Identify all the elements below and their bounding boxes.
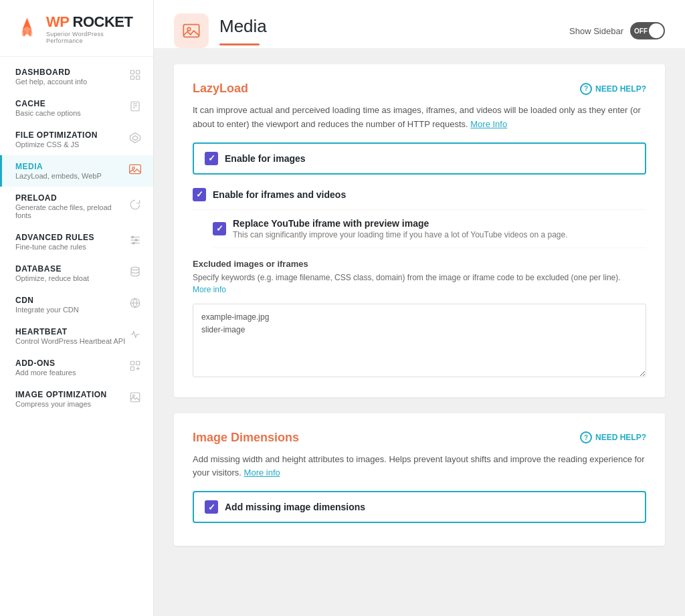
svg-point-22 [132, 242, 134, 244]
sidebar-toggle[interactable]: OFF [630, 22, 665, 39]
file-optimization-icon [128, 132, 142, 147]
svg-rect-15 [130, 165, 141, 173]
sidebar-item-image-optimization[interactable]: IMAGE OPTIMIZATION Compress your images [0, 383, 153, 415]
lazyload-need-help[interactable]: ? NEED HELP? [580, 83, 646, 95]
excluded-title: Excluded images or iframes [193, 259, 646, 269]
sidebar-item-file-optimization[interactable]: FILE OPTIMIZATION Optimize CSS & JS [0, 124, 153, 155]
svg-rect-9 [131, 102, 139, 111]
svg-rect-6 [136, 70, 140, 74]
sidebar-item-addons[interactable]: ADD-ONS Add more features [0, 352, 153, 383]
image-dimensions-need-help[interactable]: ? NEED HELP? [580, 431, 646, 443]
enable-images-label: Enable for images [225, 153, 306, 164]
svg-point-4 [28, 30, 32, 37]
svg-point-3 [22, 30, 26, 37]
page-icon [174, 13, 209, 48]
svg-rect-27 [130, 367, 134, 371]
sidebar-item-database[interactable]: DATABASE Optimize, reduce bloat [0, 258, 153, 289]
svg-marker-13 [130, 133, 140, 143]
replace-youtube-checkbox[interactable]: ✓ [213, 222, 226, 235]
lazyload-header: LazyLoad ? NEED HELP? [193, 82, 646, 96]
toggle-label: OFF [634, 27, 648, 35]
enable-iframes-label: Enable for iframes and videos [213, 189, 346, 200]
lazyload-section: LazyLoad ? NEED HELP? It can improve act… [174, 64, 665, 397]
enable-iframes-checkbox[interactable]: ✓ [193, 188, 206, 201]
logo-subtitle: Superior WordPress Performance [46, 31, 140, 44]
addons-icon [128, 360, 142, 375]
database-icon [128, 266, 142, 281]
content-body: LazyLoad ? NEED HELP? It can improve act… [154, 48, 685, 562]
help-icon: ? [580, 83, 592, 95]
sidebar-item-dashboard[interactable]: DASHBOARD Get help, account info [0, 61, 153, 92]
header-underline [219, 43, 260, 45]
sidebar-item-preload[interactable]: PRELOAD Generate cache files, preload fo… [0, 187, 153, 226]
enable-iframes-option[interactable]: ✓ Enable for iframes and videos [193, 180, 646, 210]
svg-rect-26 [136, 361, 140, 365]
svg-point-23 [131, 267, 139, 270]
sidebar-item-advanced-rules[interactable]: ADVANCED RULES Fine-tune cache rules [0, 226, 153, 258]
preload-icon [128, 199, 142, 214]
svg-rect-28 [130, 393, 140, 402]
svg-rect-7 [130, 76, 134, 80]
svg-rect-30 [183, 25, 199, 37]
excluded-more-info[interactable]: More info [193, 285, 226, 294]
image-dimensions-more-info[interactable]: More info [244, 468, 280, 478]
image-dimensions-description: Add missing width and height attributes … [193, 453, 646, 481]
add-missing-dimensions-label: Add missing image dimensions [225, 502, 365, 512]
enable-images-checkbox[interactable]: ✓ [205, 152, 218, 165]
media-icon [128, 163, 142, 179]
page-title: Media [219, 16, 267, 37]
svg-point-20 [132, 236, 134, 238]
cache-icon [128, 100, 142, 116]
show-sidebar-label: Show Sidebar [569, 26, 623, 36]
excluded-description: Specify keywords (e.g. image filename, C… [193, 272, 646, 296]
svg-point-21 [135, 239, 137, 241]
sidebar: WP ROCKET Superior WordPress Performance… [0, 0, 154, 616]
svg-point-31 [187, 27, 191, 31]
dashboard-icon [128, 69, 142, 84]
image-dimensions-header: Image Dimensions ? NEED HELP? [193, 431, 646, 445]
image-dimensions-title: Image Dimensions [193, 431, 299, 445]
sidebar-item-heartbeat[interactable]: HEARTBEAT Control WordPress Heartbeat AP… [0, 320, 153, 352]
svg-rect-5 [130, 70, 134, 74]
image-dimensions-section: Image Dimensions ? NEED HELP? Add missin… [174, 413, 665, 546]
svg-rect-8 [136, 76, 140, 80]
lazyload-more-info[interactable]: More Info [470, 119, 507, 129]
advanced-rules-icon [128, 234, 142, 249]
replace-youtube-sublabel: This can significantly improve your load… [233, 230, 568, 239]
logo-text: WP ROCKET [46, 13, 140, 31]
cdn-icon [128, 297, 142, 312]
sidebar-item-media[interactable]: MEDIA LazyLoad, embeds, WebP [0, 155, 153, 187]
lazyload-title: LazyLoad [193, 82, 248, 96]
svg-marker-14 [132, 136, 138, 140]
replace-youtube-label: Replace YouTube iframe with preview imag… [233, 218, 568, 229]
page-header: Media Show Sidebar OFF [154, 0, 685, 48]
sidebar-item-cdn[interactable]: CDN Integrate your CDN [0, 289, 153, 320]
toggle-knob [649, 23, 664, 38]
add-missing-dimensions-option[interactable]: ✓ Add missing image dimensions [193, 491, 646, 523]
nav-menu: DASHBOARD Get help, account info CACHE B… [0, 57, 153, 616]
main-content: Media Show Sidebar OFF LazyLoad ? NEED H… [154, 0, 685, 616]
logo-icon [13, 15, 41, 43]
svg-rect-25 [130, 361, 134, 365]
help-icon-2: ? [580, 431, 592, 443]
heartbeat-icon [128, 328, 142, 344]
replace-youtube-option[interactable]: ✓ Replace YouTube iframe with preview im… [213, 210, 646, 248]
add-missing-dimensions-checkbox[interactable]: ✓ [205, 500, 218, 514]
logo: WP ROCKET Superior WordPress Performance [0, 0, 153, 57]
svg-point-29 [132, 395, 134, 397]
sidebar-item-cache[interactable]: CACHE Basic cache options [0, 92, 153, 124]
excluded-section: Excluded images or iframes Specify keywo… [193, 259, 646, 380]
image-optimization-icon [128, 391, 142, 407]
svg-point-16 [132, 167, 134, 169]
enable-images-option[interactable]: ✓ Enable for images [193, 142, 646, 175]
excluded-textarea[interactable]: example-image.jpg slider-image [193, 304, 646, 377]
lazyload-description: It can improve actual and perceived load… [193, 104, 646, 132]
